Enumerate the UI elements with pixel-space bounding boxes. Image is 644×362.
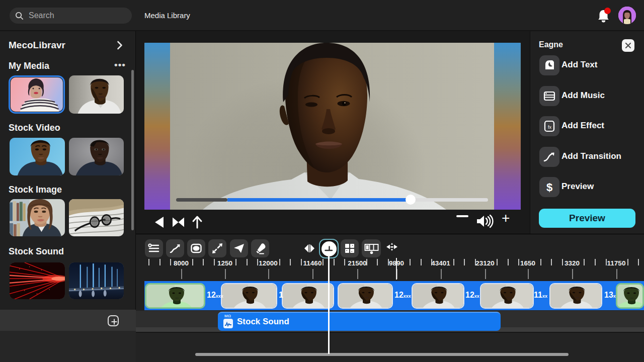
svg-text:fx: fx xyxy=(548,125,552,130)
svg-text:$: $ xyxy=(546,181,552,194)
